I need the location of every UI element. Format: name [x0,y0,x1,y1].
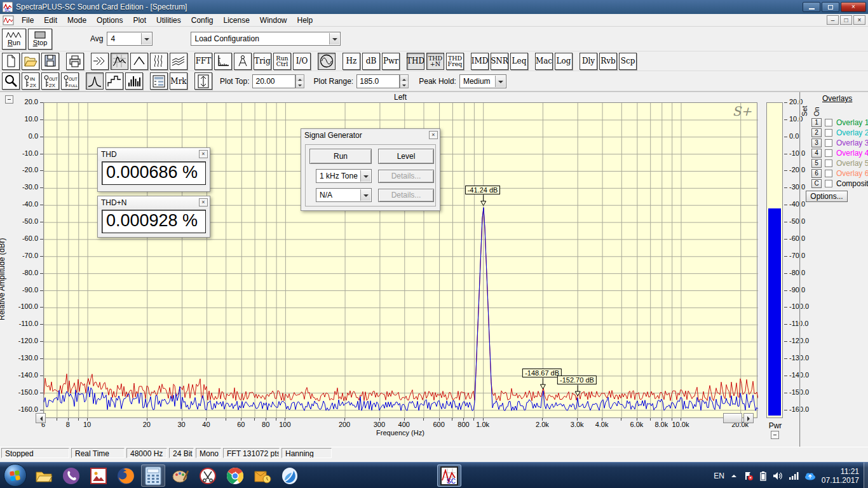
log-button[interactable]: Log [555,53,573,70]
taskbar-viber-icon[interactable] [59,464,83,487]
mac-button[interactable]: Mac [535,53,553,70]
child-minimize-button[interactable]: – [827,15,839,25]
child-restore-button[interactable]: □ [840,15,852,25]
taskbar-paint-icon[interactable] [168,464,193,487]
leq-button[interactable]: Leq [510,53,528,70]
overlay-set-button-6[interactable]: 6 [811,169,822,178]
time-series-button[interactable] [91,53,109,70]
peak-hold-select[interactable]: Medium [459,74,506,88]
taskbar-browser-blue-icon[interactable] [278,464,302,487]
chevron-down-icon[interactable] [360,189,370,201]
thd-window-title[interactable]: THD × [98,148,210,161]
avg-select[interactable]: 4 [107,32,153,46]
language-indicator[interactable]: EN [714,471,724,480]
chevron-down-icon[interactable] [329,33,339,44]
zoom-bars-button[interactable] [125,72,143,90]
battery-icon[interactable] [759,471,767,481]
taskbar-chrome-icon[interactable] [223,464,247,487]
child-close-button[interactable]: × [853,15,865,25]
snr-button[interactable]: SNR [491,53,508,70]
menu-item-file[interactable]: File [17,15,39,26]
menu-item-mode[interactable]: Mode [62,15,92,26]
plot-top-spinner[interactable] [295,74,304,88]
pwr-button[interactable]: Pwr [382,53,400,70]
new-file-button[interactable] [2,53,20,70]
close-icon[interactable]: × [199,198,208,207]
taskbar-firefox-icon[interactable] [114,464,138,487]
generator-run-button[interactable]: Run [309,149,372,164]
overlay-set-button-4[interactable]: 4 [811,149,822,158]
start-button[interactable] [4,464,27,487]
menu-item-options[interactable]: Options [92,15,128,26]
overlay-on-checkbox-2[interactable] [825,129,832,137]
thd-button[interactable]: THD [407,53,424,70]
fft-button[interactable]: FFT [194,53,212,70]
menu-item-utilities[interactable]: Utilities [151,15,186,26]
spectrogram-button[interactable] [150,53,168,70]
run-ctrl-button[interactable]: Run Ctrl [273,53,291,70]
peak-marker-label[interactable]: -148.67 dB [522,369,562,377]
chevron-down-icon[interactable] [495,76,505,87]
menu-item-help[interactable]: Help [292,15,318,26]
calibration-button[interactable] [234,53,252,70]
action-center-flag-icon[interactable] [743,471,754,481]
signal-generator-button[interactable] [318,53,336,70]
load-configuration-select[interactable]: Load Configuration [191,32,341,46]
menu-item-config[interactable]: Config [186,15,219,26]
db-button[interactable]: dB [362,53,380,70]
menu-item-edit[interactable]: Edit [39,15,62,26]
zoom-display-options-button[interactable] [150,72,168,90]
hz-button[interactable]: Hz [342,53,360,70]
zoom-zoom-out-full-button[interactable]: OUTFULL [61,72,79,90]
thd-freq-button[interactable]: THD Freq [446,53,464,70]
scale-button[interactable] [214,53,232,70]
overlay-set-button-3[interactable]: 3 [811,139,822,147]
peak-marker-label[interactable]: -41.24 dB [465,186,501,194]
chevron-down-icon[interactable] [141,33,151,44]
imd-button[interactable]: IMD [471,53,489,70]
generator-level-button[interactable]: Level [378,149,434,164]
spectrum-child-icon[interactable] [3,15,14,25]
plot-range-input[interactable] [356,74,400,88]
plot-top-input[interactable] [252,74,295,88]
phase-button[interactable] [130,53,148,70]
zoom-mrk-button[interactable]: Mrk [170,72,187,90]
chevron-down-icon[interactable] [360,170,370,182]
overlay-set-button-1[interactable]: 1 [811,118,822,127]
stop-button[interactable]: Stop [28,29,52,50]
thd-+n-button[interactable]: THD +N [426,53,444,70]
zoom-zoom-out-2x-button[interactable]: OUT2X [41,72,59,90]
network-icon[interactable] [789,471,799,480]
taskbar-explorer-icon[interactable] [32,464,56,487]
plot-range-spinner[interactable] [400,74,409,88]
close-icon[interactable]: × [429,131,438,139]
close-button[interactable]: × [841,2,866,12]
overlay-on-checkbox-3[interactable] [825,139,832,147]
run-button[interactable]: Run [2,29,26,50]
show-desktop-button[interactable] [864,463,868,488]
zoom-zoom-in-2x-button[interactable]: IN2X [22,72,39,90]
scp-button[interactable]: Scp [619,53,637,70]
taskbar-calculator-icon[interactable] [141,464,165,487]
overlay-on-checkbox-4[interactable] [825,149,832,157]
overlay-on-checkbox-1[interactable] [825,119,832,126]
i-o-button[interactable]: I/O [293,53,311,70]
zoom-vertical-range-button[interactable] [194,72,212,90]
thdn-window-title[interactable]: THD+N × [98,196,210,209]
spectrum-button[interactable] [111,53,128,70]
rvb-button[interactable]: Rvb [599,53,617,70]
cloud-upload-icon[interactable] [804,471,816,480]
zoom-magnifier-button[interactable] [2,72,20,90]
menu-item-window[interactable]: Window [255,15,292,26]
hidden-icons-arrow[interactable] [730,473,738,479]
restore-button[interactable] [822,2,839,12]
minimize-button[interactable] [803,2,820,12]
taskbar-image-viewer-icon[interactable] [86,464,111,487]
overlay-set-button-C[interactable]: C [811,179,822,188]
taskbar-spectraplus-icon[interactable]: SC [437,464,461,487]
scroll-right-button[interactable] [743,413,754,423]
overlay-set-button-2[interactable]: 2 [811,128,822,137]
surface-button[interactable] [170,53,187,70]
save-button[interactable] [41,53,59,70]
zoom-narrowband-button[interactable] [86,72,104,90]
